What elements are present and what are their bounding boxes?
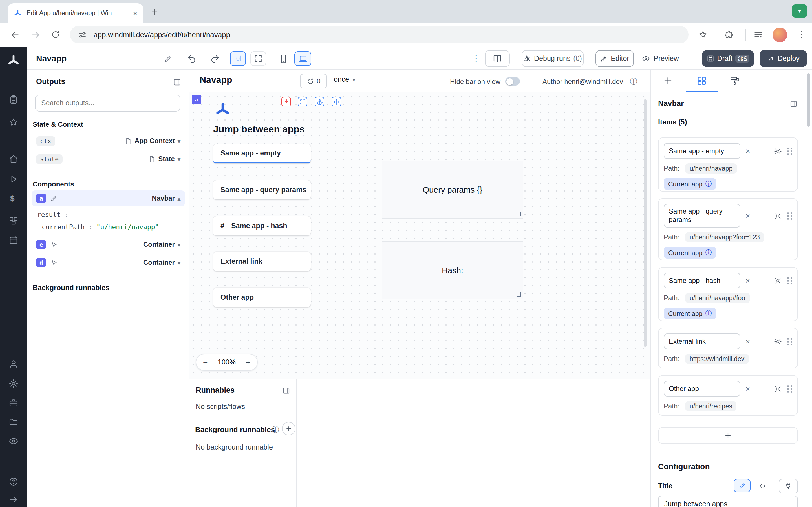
ctx-row[interactable]: ctx App Context ▾ (32, 133, 185, 149)
item-settings-gear-icon[interactable] (774, 147, 782, 155)
remove-item-icon[interactable]: × (746, 147, 750, 155)
deploy-button[interactable]: Deploy (760, 50, 807, 67)
badge-info-icon[interactable]: ⓘ (705, 309, 712, 318)
nav-item-other-app[interactable]: Other app (213, 288, 311, 307)
resources-icon[interactable] (8, 216, 18, 226)
item-label-input[interactable]: External link (664, 334, 741, 349)
avatar[interactable] (772, 27, 787, 42)
forward-icon[interactable] (31, 30, 41, 40)
layout-centered-button[interactable] (230, 51, 246, 66)
badge-info-icon[interactable]: ⓘ (705, 180, 712, 188)
component-settings-tab-icon[interactable] (696, 75, 707, 86)
item-path-value[interactable]: https://windmill.dev (685, 354, 749, 364)
url-bar[interactable]: app.windmill.dev/apps/edit/u/henri/navap… (70, 26, 689, 43)
remove-item-icon[interactable]: × (746, 277, 750, 284)
expand-control[interactable] (298, 97, 307, 107)
add-background-runnable-button[interactable] (282, 422, 296, 436)
move-control[interactable] (332, 97, 341, 107)
preview-tab-button[interactable]: Preview (638, 50, 682, 67)
fill-height-control[interactable] (282, 97, 291, 107)
item-settings-gear-icon[interactable] (774, 337, 782, 346)
title-config-input[interactable] (658, 496, 798, 507)
reload-icon[interactable] (51, 30, 60, 40)
folders-icon[interactable] (8, 417, 18, 427)
rename-pencil-icon[interactable] (163, 55, 172, 63)
drag-handle[interactable] (787, 212, 792, 219)
drag-handle[interactable] (787, 147, 792, 155)
item-path-value[interactable]: u/henri/navapp (685, 163, 737, 173)
anchor-control[interactable] (315, 97, 324, 107)
zoom-in-button[interactable]: + (246, 358, 250, 367)
fullscreen-button[interactable] (250, 51, 266, 66)
browser-menu-icon[interactable]: ⋮ (797, 29, 806, 40)
extensions-puzzle-icon[interactable] (724, 30, 733, 40)
item-settings-gear-icon[interactable] (774, 276, 782, 285)
schedules-icon[interactable] (8, 235, 18, 245)
nav-item-external-link[interactable]: External link (213, 252, 311, 271)
runs-icon[interactable] (8, 174, 18, 184)
page-scrollbar[interactable] (807, 73, 810, 127)
url-text[interactable]: app.windmill.dev/apps/edit/u/henri/navap… (94, 31, 230, 39)
author-info-icon[interactable]: ⓘ (630, 76, 637, 87)
nav-item-same-app-empty[interactable]: Same app - empty (213, 144, 311, 163)
refresh-count-button[interactable]: 0 (300, 74, 327, 89)
nav-item-same-app-hash[interactable]: # Same app - hash (213, 216, 311, 235)
help-icon[interactable] (8, 476, 18, 487)
item-path-value[interactable]: u/henri/navapp#foo (685, 293, 750, 303)
chevron-down-icon[interactable]: ▾ (177, 138, 181, 144)
drag-handle[interactable] (787, 338, 792, 345)
draft-button[interactable]: Draft ⌘S (702, 50, 754, 67)
drag-handle[interactable] (787, 385, 792, 392)
favorites-star-icon[interactable] (8, 117, 18, 127)
home-icon[interactable] (8, 154, 18, 164)
chevron-down-icon[interactable]: ▾ (177, 241, 181, 247)
title-code-mode-button[interactable] (754, 479, 771, 492)
nav-item-same-app-query-params[interactable]: Same app - query params (213, 180, 311, 200)
hide-bar-toggle[interactable] (505, 77, 520, 86)
item-path-value[interactable]: u/henri/recipes (685, 401, 737, 411)
outputs-panel-icon[interactable] (172, 78, 182, 87)
workspace-icon[interactable] (8, 95, 18, 105)
tab-close-icon[interactable]: × (133, 9, 138, 17)
item-label-input[interactable]: Same app - query params (664, 204, 741, 228)
component-row-navbar[interactable]: a Navbar ▴ (32, 190, 185, 206)
settings-gear-icon[interactable] (8, 379, 18, 389)
component-row-container-d[interactable]: d Container ▾ (32, 255, 185, 270)
docs-book-button[interactable] (485, 50, 510, 67)
item-label-input[interactable]: Same app - empty (664, 143, 741, 159)
title-static-mode-button[interactable] (733, 479, 751, 492)
canvas-scrollbar[interactable] (644, 99, 647, 347)
item-label-input[interactable]: Same app - hash (664, 273, 741, 288)
state-row[interactable]: state State ▾ (32, 151, 185, 167)
add-item-button[interactable] (658, 427, 798, 444)
remove-item-icon[interactable]: × (746, 212, 750, 220)
remove-item-icon[interactable]: × (746, 385, 750, 393)
variables-icon[interactable]: $ (10, 194, 15, 203)
query-params-container[interactable]: Query params {} (382, 161, 523, 219)
badge-info-icon[interactable]: ⓘ (705, 248, 712, 257)
item-settings-gear-icon[interactable] (774, 385, 782, 393)
component-row-container-e[interactable]: e Container ▾ (32, 237, 185, 252)
search-outputs-input[interactable] (35, 95, 181, 112)
zoom-out-button[interactable]: − (203, 358, 207, 367)
audit-eye-icon[interactable] (8, 436, 18, 446)
edit-id-pencil-icon[interactable] (50, 194, 58, 202)
browser-tab[interactable]: Edit App u/henri/navapp | Win × (8, 3, 143, 22)
redo-icon[interactable] (210, 54, 219, 64)
windmill-logo[interactable] (7, 54, 20, 68)
item-path-value[interactable]: u/henri/navapp?foo=123 (685, 232, 764, 242)
title-connect-plug-button[interactable] (779, 479, 798, 494)
chevron-down-icon[interactable]: ▾ (177, 156, 181, 162)
workers-icon[interactable] (8, 398, 18, 408)
header-menu-icon[interactable]: ⋮ (472, 53, 480, 63)
mobile-view-icon[interactable] (278, 54, 288, 64)
runnables-panel-icon[interactable] (282, 386, 290, 395)
chevron-down-icon[interactable]: ▾ (177, 260, 181, 266)
back-icon[interactable] (10, 30, 20, 40)
new-tab-icon[interactable] (150, 7, 159, 16)
tab-queue-icon[interactable] (753, 30, 763, 40)
drag-handle[interactable] (787, 277, 792, 284)
undo-icon[interactable] (187, 54, 197, 64)
item-label-input[interactable]: Other app (664, 381, 741, 397)
refresh-icon[interactable] (306, 77, 314, 85)
